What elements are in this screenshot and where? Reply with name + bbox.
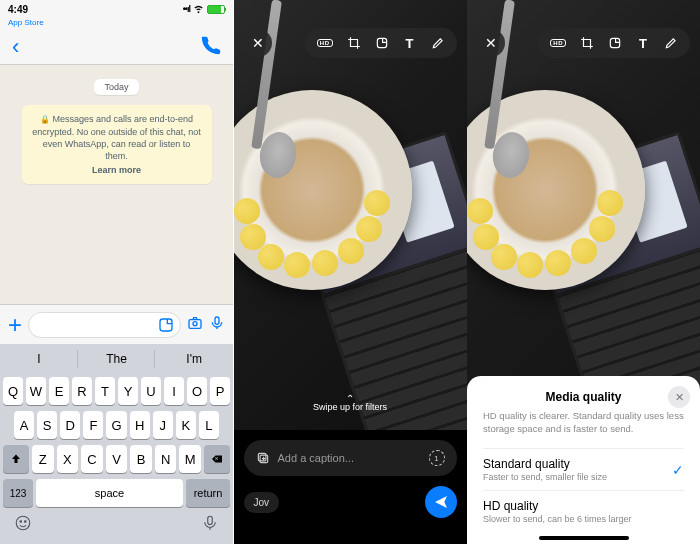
key-a[interactable]: A — [14, 411, 34, 439]
svg-point-2 — [193, 321, 197, 325]
key-x[interactable]: X — [57, 445, 79, 473]
key-l[interactable]: L — [199, 411, 219, 439]
text-tool-button[interactable]: T — [636, 36, 650, 50]
call-button[interactable] — [201, 35, 221, 59]
caption-input[interactable]: Add a caption... — [278, 452, 421, 464]
chat-input-bar: + — [0, 304, 233, 344]
prediction-bar: I The I'm — [0, 344, 233, 374]
close-button[interactable]: ✕ — [477, 29, 505, 57]
editor-toolbar: ✕ HD T — [467, 28, 700, 58]
editor-toolbar: ✕ HD T — [234, 28, 467, 58]
keyboard: I The I'm QWERTYUIOP ASDFGHJKL ZXCVBNM 1… — [0, 344, 233, 544]
sticker-tool-button[interactable] — [608, 36, 622, 50]
crop-button[interactable] — [580, 36, 594, 50]
prediction-3[interactable]: I'm — [155, 344, 233, 374]
photo-preview[interactable] — [234, 0, 467, 430]
signal-icon: ••ıl — [183, 4, 190, 14]
learn-more-link[interactable]: Learn more — [32, 164, 202, 176]
chat-screen: 4:49 ••ıl App Store ‹ Today 🔒 Messages a… — [0, 0, 233, 544]
svg-point-6 — [25, 521, 27, 523]
media-quality-sheet: ✕ Media quality HD quality is clearer. S… — [467, 376, 700, 544]
key-g[interactable]: G — [106, 411, 126, 439]
swipe-filters-hint: Swipe up for filters — [234, 396, 467, 412]
draw-tool-button[interactable] — [431, 36, 445, 50]
key-k[interactable]: K — [176, 411, 196, 439]
key-i[interactable]: I — [164, 377, 184, 405]
shift-key[interactable] — [3, 445, 29, 473]
key-r[interactable]: R — [72, 377, 92, 405]
key-b[interactable]: B — [130, 445, 152, 473]
lock-icon: 🔒 — [40, 115, 50, 124]
hd-button[interactable]: HD — [550, 39, 566, 47]
key-o[interactable]: O — [187, 377, 207, 405]
caption-bar[interactable]: Add a caption... — [244, 440, 457, 476]
recipient-chip[interactable]: Jov — [244, 492, 280, 513]
key-row-4: 123 space return — [0, 476, 233, 510]
hd-button[interactable]: HD — [317, 39, 333, 47]
camera-button[interactable] — [187, 315, 203, 335]
status-indicators: ••ıl — [183, 3, 225, 16]
key-f[interactable]: F — [83, 411, 103, 439]
sheet-description: HD quality is clearer. Standard quality … — [483, 410, 684, 436]
chat-navbar: ‹ — [0, 29, 233, 65]
key-j[interactable]: J — [153, 411, 173, 439]
backspace-key[interactable] — [204, 445, 230, 473]
add-media-icon[interactable] — [256, 451, 270, 465]
text-tool-button[interactable]: T — [403, 36, 417, 50]
key-e[interactable]: E — [49, 377, 69, 405]
encryption-notice[interactable]: 🔒 Messages and calls are end-to-end encr… — [22, 105, 212, 184]
app-store-back[interactable]: App Store — [0, 18, 233, 29]
space-key[interactable]: space — [36, 479, 183, 507]
key-h[interactable]: H — [130, 411, 150, 439]
tool-group: HD T — [305, 28, 457, 58]
svg-rect-10 — [258, 453, 266, 461]
svg-rect-7 — [208, 516, 213, 524]
chat-body: Today 🔒 Messages and calls are end-to-en… — [0, 65, 233, 304]
key-d[interactable]: D — [60, 411, 80, 439]
svg-point-4 — [16, 516, 30, 530]
media-editor-screen: ✕ HD T Swipe up for filters Add a captio… — [234, 0, 467, 544]
sheet-title: Media quality — [483, 390, 684, 404]
draw-tool-button[interactable] — [664, 36, 678, 50]
key-t[interactable]: T — [95, 377, 115, 405]
prediction-2[interactable]: The — [78, 344, 156, 374]
prediction-1[interactable]: I — [0, 344, 78, 374]
key-u[interactable]: U — [141, 377, 161, 405]
crop-button[interactable] — [347, 36, 361, 50]
view-once-button[interactable] — [429, 450, 445, 466]
sticker-tool-button[interactable] — [375, 36, 389, 50]
key-m[interactable]: M — [179, 445, 201, 473]
status-bar: 4:49 ••ıl — [0, 0, 233, 18]
emoji-key[interactable] — [14, 514, 32, 536]
send-button[interactable] — [425, 486, 457, 518]
key-p[interactable]: P — [210, 377, 230, 405]
key-q[interactable]: Q — [3, 377, 23, 405]
close-button[interactable]: ✕ — [244, 29, 272, 57]
numbers-key[interactable]: 123 — [3, 479, 33, 507]
encryption-text: Messages and calls are end-to-end encryp… — [32, 114, 201, 161]
key-w[interactable]: W — [26, 377, 46, 405]
option-hd-quality[interactable]: HD quality Slower to send, can be 6 time… — [483, 490, 684, 532]
mic-button[interactable] — [209, 315, 225, 335]
key-c[interactable]: C — [81, 445, 103, 473]
keyboard-bottom — [0, 510, 233, 544]
home-indicator[interactable] — [539, 536, 629, 540]
key-s[interactable]: S — [37, 411, 57, 439]
message-input[interactable] — [28, 312, 181, 338]
key-n[interactable]: N — [155, 445, 177, 473]
option-title: HD quality — [483, 499, 684, 513]
sticker-button[interactable] — [158, 317, 174, 337]
key-z[interactable]: Z — [32, 445, 54, 473]
dictation-key[interactable] — [201, 514, 219, 536]
key-v[interactable]: V — [106, 445, 128, 473]
key-y[interactable]: Y — [118, 377, 138, 405]
return-key[interactable]: return — [186, 479, 230, 507]
tool-group: HD T — [538, 28, 690, 58]
sheet-close-button[interactable]: ✕ — [668, 386, 690, 408]
svg-rect-3 — [215, 317, 219, 324]
attach-button[interactable]: + — [8, 311, 22, 339]
option-standard-quality[interactable]: Standard quality Faster to send, smaller… — [483, 448, 684, 490]
media-quality-screen: ✕ HD T ✕ Media quality HD quality is cle… — [467, 0, 700, 544]
svg-rect-1 — [189, 319, 201, 328]
back-button[interactable]: ‹ — [12, 34, 19, 60]
